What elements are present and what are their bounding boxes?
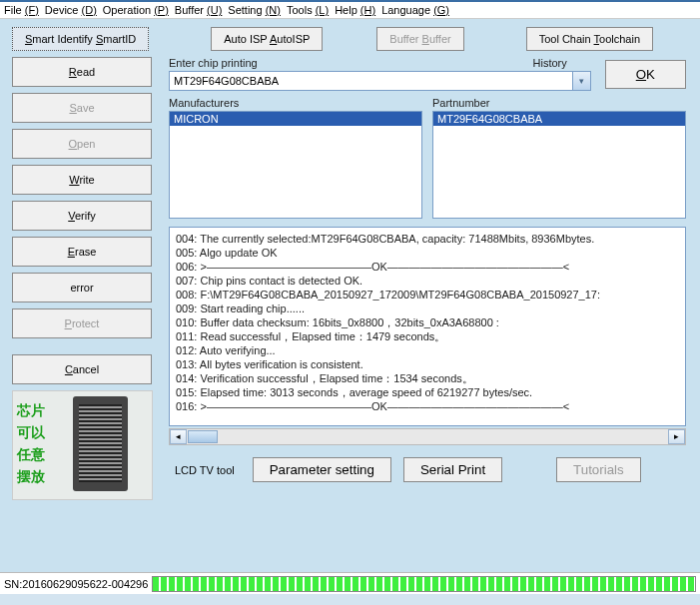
save-button: Save <box>12 93 152 123</box>
error-button[interactable]: error <box>12 273 152 302</box>
serial-number-text: SN:20160629095622-004296 <box>0 578 152 590</box>
history-label: History <box>533 57 567 69</box>
chip-placement-text: 芯片 可以 任意 摆放 <box>17 399 45 487</box>
menubar: File (F) Device (D) Operation (P) Buffer… <box>0 0 700 19</box>
log-line: 014: Verification successful，Elapsed tim… <box>176 371 679 385</box>
log-line: 006: >———————————————OK————————————————< <box>176 260 679 274</box>
log-line: 009: Start reading chip...... <box>176 302 679 315</box>
partnumber-label: Partnumber <box>432 97 686 109</box>
menu-setting[interactable]: Setting (N) <box>228 4 281 16</box>
menu-language[interactable]: Language (G) <box>381 4 449 16</box>
lcd-tv-label: LCD TV tool <box>175 464 241 476</box>
smart-identify-button[interactable]: Smart Identify SmartID <box>12 27 149 51</box>
protect-button: Protect <box>12 308 152 338</box>
menu-help[interactable]: Help (H) <box>335 4 375 16</box>
main-panel: Smart Identify SmartID Auto ISP AutoISP … <box>0 19 700 572</box>
cancel-button[interactable]: Cancel <box>12 354 152 384</box>
erase-button[interactable]: Erase <box>12 237 152 267</box>
log-line: 010: Buffer data checksum: 16bits_0x8800… <box>176 315 679 329</box>
list-item[interactable]: MT29F64G08CBABA <box>433 112 685 126</box>
socket-icon <box>73 396 128 491</box>
scroll-left-icon[interactable]: ◂ <box>170 429 187 444</box>
log-line: 008: F:\MT29F64G08CBABA_20150927_172009\… <box>176 288 679 302</box>
log-line: 013: All bytes verification is consisten… <box>176 357 679 371</box>
chip-input[interactable] <box>169 71 573 91</box>
tool-chain-button[interactable]: Tool Chain Toolchain <box>526 27 653 51</box>
chip-combo[interactable]: ▾ <box>169 71 591 91</box>
scroll-thumb[interactable] <box>188 430 218 443</box>
sidebar: Read Save Open Write Verify Erase error … <box>8 57 163 500</box>
enter-chip-label: Enter chip printing <box>169 57 258 69</box>
log-line: 005: Algo update OK <box>176 246 679 260</box>
read-button[interactable]: Read <box>12 57 152 87</box>
log-line: 007: Chip pins contact is detected OK. <box>176 274 679 288</box>
serial-print-button[interactable]: Serial Print <box>403 457 502 482</box>
menu-operation[interactable]: Operation (P) <box>103 4 169 16</box>
menu-file[interactable]: File (F) <box>4 4 39 16</box>
menu-buffer[interactable]: Buffer (U) <box>175 4 223 16</box>
ok-button[interactable]: OK <box>605 60 686 89</box>
chip-placement-image: 芯片 可以 任意 摆放 <box>12 390 153 500</box>
open-button: Open <box>12 129 152 159</box>
log-scrollbar[interactable]: ◂ ▸ <box>169 428 686 445</box>
buffer-button[interactable]: Buffer Buffer <box>376 27 463 51</box>
right-panel: Enter chip printingHistory ▾ OK Manufact… <box>169 57 692 500</box>
chevron-down-icon[interactable]: ▾ <box>573 71 591 91</box>
partnumber-list[interactable]: MT29F64G08CBABA <box>432 111 686 219</box>
log-panel: 004: The currently selected:MT29F64G08CB… <box>169 227 686 426</box>
log-line: 016: >———————————————OK————————————————< <box>176 399 679 413</box>
verify-button[interactable]: Verify <box>12 201 152 231</box>
log-line: 012: Auto verifying... <box>176 343 679 357</box>
status-bar: SN:20160629095622-004296 <box>0 572 700 594</box>
menu-tools[interactable]: Tools (L) <box>287 4 329 16</box>
tutorials-button: Tutorials <box>556 457 641 482</box>
parameter-setting-button[interactable]: Parameter setting <box>253 457 391 482</box>
write-button[interactable]: Write <box>12 165 152 195</box>
log-line: 004: The currently selected:MT29F64G08CB… <box>176 232 679 246</box>
auto-isp-button[interactable]: Auto ISP AutoISP <box>211 27 323 51</box>
scroll-right-icon[interactable]: ▸ <box>668 429 685 444</box>
manufacturers-list[interactable]: MICRON <box>169 111 422 219</box>
log-line: 011: Read successful，Elapsed time：1479 s… <box>176 329 679 343</box>
menu-device[interactable]: Device (D) <box>45 4 97 16</box>
log-line: 015: Elapsed time: 3013 seconds，average … <box>176 385 679 399</box>
list-item[interactable]: MICRON <box>170 112 421 126</box>
manufacturers-label: Manufacturers <box>169 97 422 109</box>
progress-bar <box>152 576 696 592</box>
